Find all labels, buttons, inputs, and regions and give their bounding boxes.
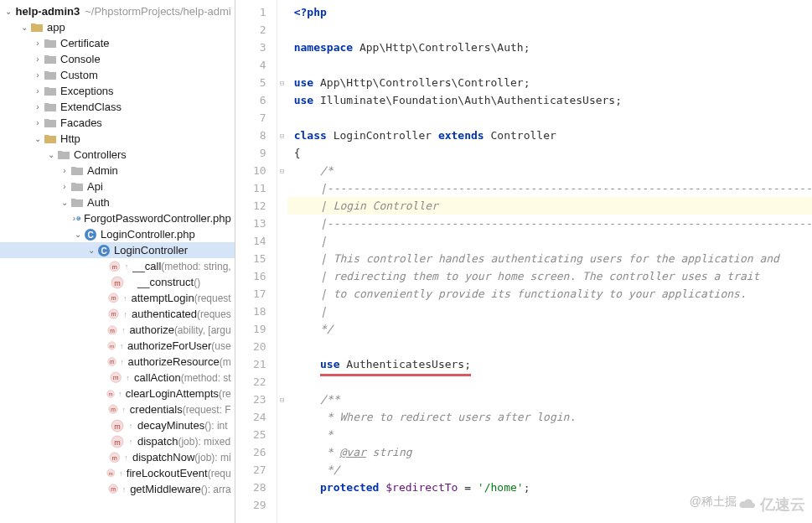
code-line[interactable]: * @var string [294,443,812,461]
tree-item-logincontroller[interactable]: ⌄CLoginController [0,242,235,258]
member-decayMinutes[interactable]: m↑decayMinutes(): int [0,417,235,433]
member-dispatch[interactable]: m↑dispatch(job): mixed [0,433,235,449]
tree-item-admin[interactable]: ›Admin [0,163,235,179]
fold-toggle-icon[interactable]: ⊟ [277,391,287,408]
chevron-right-icon[interactable]: › [32,102,44,111]
chevron-right-icon[interactable]: › [32,118,44,127]
member-callAction[interactable]: m↑callAction(method: st [0,370,235,386]
tree-item-facades[interactable]: ›Facades [0,115,235,131]
folder-icon [70,196,84,210]
code-line[interactable]: | Login Controller [287,197,812,215]
method-icon: m [109,260,121,273]
tree-item-custom[interactable]: ›Custom [0,67,235,83]
chevron-down-icon[interactable]: ⌄ [18,23,30,32]
member-credentials[interactable]: m↑credentials(request: F [0,401,235,417]
folder-icon [57,148,70,162]
tree-item-http[interactable]: ⌄Http [0,131,235,147]
code-line[interactable]: |---------------------------------------… [294,179,812,197]
line-number: 9 [235,144,266,162]
line-number: 24 [235,408,266,426]
tree-item-help-admin3[interactable]: ⌄help-admin3~/PhpstormProjects/help-admi [0,3,235,19]
fold-empty [277,232,287,250]
code-line[interactable]: use Illuminate\Foundation\Auth\Authentic… [294,91,812,109]
chevron-right-icon[interactable]: › [32,86,44,96]
code-area[interactable]: <?phpnamespace App\Http\Controllers\Auth… [287,0,812,523]
tree-item-exceptions[interactable]: ›Exceptions [0,83,235,99]
tree-item-app[interactable]: ⌄app [0,19,235,35]
member-fireLockoutEvent[interactable]: m↑fireLockoutEvent(requ [0,465,235,481]
code-line[interactable]: | [294,303,812,320]
chevron-right-icon[interactable]: › [32,70,44,80]
code-line[interactable]: | to conveniently provide its functional… [294,285,812,303]
fold-column[interactable]: ⊟⊟⊟⊟ [277,0,287,523]
member---construct[interactable]: m__construct() [0,274,235,290]
code-line[interactable]: use AuthenticatesUsers; [294,355,812,373]
member---call[interactable]: m↑__call(method: string, [0,258,235,274]
member-clearLoginAttempts[interactable]: m↑clearLoginAttempts(re [0,386,235,401]
tree-item-forgotpasswordcontroller-php[interactable]: ›CForgotPasswordController.php [0,210,235,226]
tree-item-console[interactable]: ›Console [0,51,235,67]
member-dispatchNow[interactable]: m↑dispatchNow(job): mi [0,449,235,465]
fold-toggle-icon[interactable]: ⊟ [277,162,287,179]
code-line[interactable] [294,109,812,127]
member-name: authorize [129,324,173,336]
code-line[interactable]: * [294,426,812,443]
code-line[interactable]: use App\Http\Controllers\Controller; [294,74,812,91]
member-signature: (job): mixed [178,436,230,448]
tree-label: Console [60,53,101,65]
code-line[interactable]: |---------------------------------------… [294,215,812,232]
class-icon: C [97,244,111,257]
code-line[interactable]: protected $redirectTo = '/home'; [294,479,812,496]
tree-item-controllers[interactable]: ⌄Controllers [0,147,235,163]
code-line[interactable]: */ [294,461,812,479]
code-line[interactable]: class LoginController extends Controller [294,127,812,144]
code-line[interactable]: | redirecting them to your home screen. … [294,267,812,285]
folder-icon [44,37,57,50]
project-tree[interactable]: ⌄help-admin3~/PhpstormProjects/help-admi… [0,0,235,497]
member-authorizeResource[interactable]: m↑authorizeResource(m [0,354,235,370]
member-signature: (requ [208,468,231,479]
tree-item-api[interactable]: ›Api [0,179,235,194]
code-line[interactable]: | This controller handles authenticating… [294,250,812,267]
tree-item-extendclass[interactable]: ›ExtendClass [0,99,235,115]
member-authenticated[interactable]: m↑authenticated(reques [0,306,235,322]
code-line[interactable]: namespace App\Http\Controllers\Auth; [294,39,812,56]
code-line[interactable]: */ [294,320,812,338]
chevron-down-icon[interactable]: ⌄ [45,150,57,159]
chevron-down-icon[interactable]: ⌄ [5,7,12,16]
folder-icon [44,69,57,82]
folder-icon [12,5,13,18]
chevron-right-icon[interactable]: › [32,54,44,64]
tree-item-auth[interactable]: ⌄Auth [0,194,235,210]
chevron-right-icon[interactable]: › [32,39,44,48]
chevron-right-icon[interactable]: › [59,166,70,175]
chevron-down-icon[interactable]: ⌄ [72,230,84,239]
chevron-down-icon[interactable]: ⌄ [59,198,70,207]
tree-item-certificate[interactable]: ›Certificate [0,35,235,51]
tree-label: Exceptions [60,85,114,97]
fold-toggle-icon[interactable]: ⊟ [277,74,287,91]
member-authorize[interactable]: m↑authorize(ability, [argu [0,322,235,338]
code-line[interactable] [294,21,812,39]
svg-text:m: m [111,406,116,412]
chevron-down-icon[interactable]: ⌄ [32,134,44,143]
tree-label: ForgotPasswordController.php [84,212,231,225]
code-line[interactable] [294,338,812,355]
chevron-right-icon[interactable]: › [59,182,70,191]
chevron-down-icon[interactable]: ⌄ [85,246,97,255]
code-line[interactable]: | [294,232,812,250]
member-name: __call [132,260,161,272]
member-getMiddleware[interactable]: m↑getMiddleware(): arra [0,481,235,497]
line-number: 17 [235,285,266,303]
code-line[interactable]: { [294,144,812,162]
tree-item-logincontroller-php[interactable]: ⌄CLoginController.php [0,226,235,242]
member-authorizeForUser[interactable]: m↑authorizeForUser(use [0,338,235,354]
code-line[interactable]: <?php [294,3,812,21]
fold-toggle-icon[interactable]: ⊟ [277,127,287,144]
code-line[interactable]: /** [294,391,812,408]
code-line[interactable] [294,56,812,74]
fold-empty [277,285,287,303]
code-line[interactable]: * Where to redirect users after login. [294,408,812,426]
member-attemptLogin[interactable]: m↑attemptLogin(request [0,290,235,306]
code-line[interactable]: /* [294,162,812,179]
